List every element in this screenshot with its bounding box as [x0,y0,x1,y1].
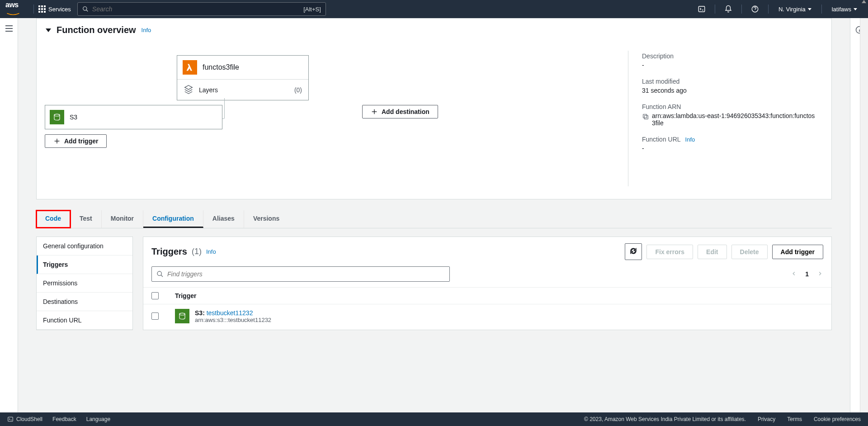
trigger-service: S3 [195,309,203,317]
search-shortcut: [Alt+S] [303,6,321,13]
triggers-count: (1) [192,247,202,256]
layers-label: Layers [199,86,218,94]
tab-configuration[interactable]: Configuration [143,210,203,228]
function-overview-panel: Function overview Info functos3file [36,18,832,199]
description-value: - [642,62,818,69]
table-row: S3: testbucket11232 arn:aws:s3:::testbuc… [143,304,831,328]
add-destination-label: Add destination [382,108,429,115]
add-trigger-button-panel[interactable]: Add trigger [772,245,823,259]
notifications-button[interactable] [720,0,737,18]
function-url-value: - [642,145,818,152]
search-icon [156,270,164,278]
function-meta: Description - Last modified 31 seconds a… [628,51,831,186]
tab-test[interactable]: Test [71,210,102,228]
select-all-checkbox[interactable] [151,292,159,299]
overview-title: Function overview [57,25,136,35]
lambda-icon [183,60,197,75]
function-node[interactable]: functos3file Layers (0) [177,55,309,100]
caret-down-icon [854,8,857,10]
add-trigger-button[interactable]: Add trigger [45,134,107,148]
function-url-info-link[interactable]: Info [685,136,695,143]
svg-point-4 [54,114,60,116]
scroll-up-indicator [862,0,866,3]
divider [33,5,34,14]
region-label: N. Virginia [778,6,806,13]
region-selector[interactable]: N. Virginia [773,6,817,13]
page-prev[interactable] [791,270,797,278]
services-label: Services [48,6,71,13]
sidenav-function-url[interactable]: Function URL [37,311,132,330]
bell-icon [724,5,732,13]
cloudshell-icon-button[interactable] [693,0,710,18]
find-triggers-input[interactable] [167,270,445,278]
sidenav-general[interactable]: General configuration [37,237,132,256]
th-trigger: Trigger [175,292,196,299]
connector-line [224,98,225,118]
modified-label: Last modified [642,78,818,85]
refresh-icon [629,247,637,256]
function-url-label: Function URL [642,136,681,143]
collapse-toggle[interactable] [46,28,51,32]
configuration-content: General configuration Triggers Permissio… [36,237,832,330]
top-nav: aws Services [Alt+S] N. Virginia latifa [0,0,868,18]
plus-icon [53,137,61,145]
modified-value: 31 seconds ago [642,87,818,94]
sep: : [203,309,207,317]
s3-icon [175,309,189,323]
svg-rect-9 [644,115,648,119]
tab-aliases[interactable]: Aliases [203,210,244,228]
refresh-triggers-button[interactable] [625,243,642,260]
services-menu[interactable]: Services [38,5,71,13]
pagination: 1 [791,270,823,278]
help-button[interactable] [746,0,764,18]
find-triggers-input-wrap[interactable] [151,266,450,282]
help-icon [751,5,759,13]
aws-logo[interactable]: aws [5,1,21,17]
search-icon [82,6,89,12]
svg-point-13 [179,313,185,315]
svg-rect-2 [698,6,705,12]
arn-label: Function ARN [642,103,818,110]
svg-line-1 [86,10,88,12]
search-input[interactable] [92,5,303,13]
table-header-row: Trigger [143,287,831,304]
edit-trigger-button: Edit [698,245,726,259]
triggers-panel: Triggers (1) Info Fix errors Edit Delete… [143,237,832,330]
add-trigger-label: Add trigger [64,137,98,145]
tab-monitor[interactable]: Monitor [102,210,143,228]
caret-down-icon [808,8,811,10]
tab-versions[interactable]: Versions [244,210,288,228]
config-sidenav: General configuration Triggers Permissio… [36,237,133,330]
trigger-source-label: S3 [70,114,77,121]
add-destination-button[interactable]: Add destination [362,105,438,118]
divider [741,5,742,14]
divider [821,5,822,14]
layers-icon [184,84,193,95]
scrollbar-track[interactable] [860,18,868,412]
main-content: Function overview Info functos3file [18,18,850,412]
tab-code[interactable]: Code [36,210,71,228]
delete-trigger-button: Delete [731,245,768,259]
copy-arn-button[interactable] [642,112,649,122]
sidenav-permissions[interactable]: Permissions [37,274,132,293]
account-label: latifaws [832,6,851,13]
triggers-info-link[interactable]: Info [206,248,216,255]
sidenav-destinations[interactable]: Destinations [37,293,132,311]
trigger-node-s3[interactable]: S3 [45,105,222,129]
divider [715,5,715,14]
layers-row[interactable]: Layers (0) [177,80,308,100]
global-search[interactable]: [Alt+S] [77,2,326,16]
terminal-icon [698,5,706,13]
page-next[interactable] [817,270,823,278]
open-sidenav-button[interactable] [5,25,13,412]
sidenav-triggers[interactable]: Triggers [37,256,132,274]
overview-info-link[interactable]: Info [142,27,151,33]
arn-value: arn:aws:lambda:us-east-1:946926035343:fu… [652,112,818,127]
s3-icon [50,110,64,124]
trigger-bucket-link[interactable]: testbucket11232 [207,309,253,317]
description-label: Description [642,52,818,60]
left-rail [0,18,18,412]
account-selector[interactable]: latifaws [826,6,863,13]
apps-grid-icon [38,5,46,13]
row-checkbox[interactable] [151,312,159,320]
